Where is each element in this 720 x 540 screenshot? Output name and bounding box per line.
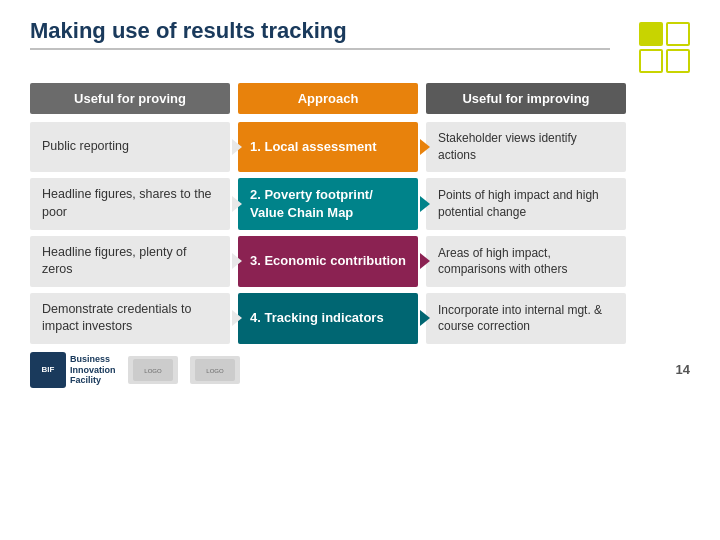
col-header-right: Useful for improving	[426, 83, 626, 114]
page: Making use of results tracking Useful fo…	[0, 0, 720, 540]
table-row: Demonstrate credentials to impact invest…	[30, 293, 690, 344]
row2-right-cell: Points of high impact and high potential…	[426, 178, 626, 230]
row4-left-cell: Demonstrate credentials to impact invest…	[30, 293, 230, 344]
logo-box-4	[666, 49, 690, 73]
footer-logo-3: LOGO	[190, 356, 240, 384]
bif-text: Business Innovation Facility	[70, 354, 116, 386]
page-number: 14	[676, 362, 690, 377]
row1-right-cell: Stakeholder views identify actions	[426, 122, 626, 172]
logo-box-3	[639, 49, 663, 73]
row4-center-cell: 4. Tracking indicators	[238, 293, 418, 344]
footer-logo-2: LOGO	[128, 356, 178, 384]
header-row: Making use of results tracking	[30, 18, 690, 73]
logo-box-1	[639, 22, 663, 46]
logo-corner	[639, 22, 690, 73]
table-row: Public reporting 1. Local assessment Sta…	[30, 122, 690, 172]
row4-right-cell: Incorporate into internal mgt. & course …	[426, 293, 626, 344]
rows-container: Public reporting 1. Local assessment Sta…	[30, 122, 690, 344]
footer: BIF Business Innovation Facility LOGO L	[30, 352, 690, 388]
row3-left-cell: Headline figures, plenty of zeros	[30, 236, 230, 287]
logo-box-2	[666, 22, 690, 46]
page-title: Making use of results tracking	[30, 18, 610, 50]
footer-logos: BIF Business Innovation Facility LOGO L	[30, 352, 240, 388]
row3-right-cell: Areas of high impact, comparisons with o…	[426, 236, 626, 287]
column-headers: Useful for proving Approach Useful for i…	[30, 83, 690, 114]
row3-center-cell: 3. Economic contribution	[238, 236, 418, 287]
col-header-center: Approach	[238, 83, 418, 114]
svg-text:LOGO: LOGO	[144, 368, 162, 374]
table-row: Headline figures, shares to the poor 2. …	[30, 178, 690, 230]
col-header-left: Useful for proving	[30, 83, 230, 114]
bif-icon: BIF	[30, 352, 66, 388]
svg-text:LOGO: LOGO	[206, 368, 224, 374]
row1-left-cell: Public reporting	[30, 122, 230, 172]
row2-left-cell: Headline figures, shares to the poor	[30, 178, 230, 230]
bif-logo: BIF Business Innovation Facility	[30, 352, 116, 388]
row2-center-cell: 2. Poverty footprint/ Value Chain Map	[238, 178, 418, 230]
table-row: Headline figures, plenty of zeros 3. Eco…	[30, 236, 690, 287]
row1-center-cell: 1. Local assessment	[238, 122, 418, 172]
